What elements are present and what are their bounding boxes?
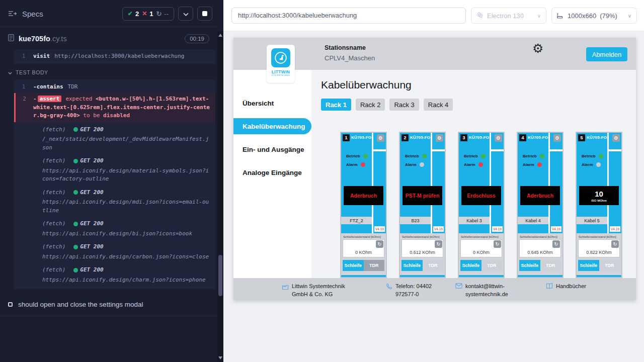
logo-mark-icon bbox=[271, 48, 290, 67]
sidebar-item-uebersicht[interactable]: Übersicht bbox=[233, 95, 311, 111]
fetch-log-row[interactable]: (fetch)GET 200 https://api.iconify.desig… bbox=[14, 185, 215, 217]
status-display-text: Aderbruch bbox=[350, 193, 377, 199]
fetch-log-row[interactable]: (fetch)GET 200 https://api.iconify.desig… bbox=[14, 262, 215, 288]
device-gear-icon[interactable]: ⚙ bbox=[377, 134, 384, 142]
viewport-select[interactable]: 1000x660 (79%) ∨ bbox=[551, 8, 637, 24]
tab-rack-3[interactable]: Rack 3 bbox=[389, 99, 419, 111]
stop-button[interactable] bbox=[197, 7, 212, 21]
fetch-log-row[interactable]: (fetch)GET 200 https://api.iconify.desig… bbox=[14, 153, 215, 185]
pending-test-row[interactable]: should open and close the settings modal bbox=[0, 293, 217, 316]
chevron-down-icon bbox=[183, 9, 189, 18]
fetch-log-row[interactable]: (fetch)GET 200 https://api.iconify.desig… bbox=[14, 216, 215, 239]
betrieb-label: Betrieb bbox=[523, 154, 537, 158]
sidebar-item-analoge-eingaenge[interactable]: Analoge Eingänge bbox=[233, 164, 311, 180]
device-gear-icon[interactable]: ⚙ bbox=[553, 134, 561, 142]
spec-extension: .cy.ts bbox=[50, 35, 67, 43]
sidebar-item-kabelueberwachung[interactable]: Kabelüberwachung bbox=[233, 118, 311, 134]
refresh-icon[interactable]: ↻ bbox=[376, 240, 383, 248]
test-stats[interactable]: ✔2 ✕1 ↻-- bbox=[122, 7, 174, 21]
refresh-icon[interactable]: ↻ bbox=[611, 240, 619, 248]
tab-rack-4[interactable]: Rack 4 bbox=[424, 99, 453, 111]
footer-email[interactable]: kontakt@littwin-systemtechnik.de bbox=[465, 283, 516, 299]
alarm-led bbox=[361, 162, 365, 167]
cable-name-label: B23 bbox=[400, 217, 431, 224]
footer-manuals-link[interactable]: Handbücher bbox=[556, 283, 586, 291]
cypress-header: Specs ✔2 ✕1 ↻-- bbox=[0, 0, 217, 27]
settings-gear-icon[interactable]: ⚙ bbox=[532, 42, 543, 55]
chevron-down-icon bbox=[8, 69, 12, 75]
sidebar-item-ein-und-ausgaenge[interactable]: Ein- und Ausgänge bbox=[233, 141, 311, 157]
rack-tabs: Rack 1 Rack 2 Rack 3 Rack 4 bbox=[321, 99, 453, 111]
collapse-button[interactable] bbox=[178, 7, 193, 21]
schleife-button[interactable]: Schleife bbox=[343, 260, 364, 271]
betrieb-led bbox=[422, 154, 427, 158]
scrollbar-thumb[interactable] bbox=[218, 255, 222, 296]
success-dot-icon bbox=[73, 245, 78, 249]
tab-rack-1[interactable]: Rack 1 bbox=[321, 99, 351, 111]
loop-resistance-label: Schleifenwiderstand [kOhm] bbox=[520, 235, 561, 238]
line-number: 1 bbox=[14, 83, 33, 92]
firmware-version: V4.19 bbox=[374, 226, 385, 232]
fetch-url: https://api.iconify.design/bi.json?icons… bbox=[42, 230, 210, 238]
betrieb-led bbox=[599, 154, 603, 158]
loop-value-box: ↻ 0.822 KOhm bbox=[578, 239, 620, 257]
firmware-version: V4.19 bbox=[433, 226, 444, 232]
refresh-icon[interactable]: ↻ bbox=[494, 240, 501, 248]
tdr-button[interactable]: TDR bbox=[481, 260, 503, 271]
tab-rack-2[interactable]: Rack 2 bbox=[356, 99, 385, 111]
success-dot-icon bbox=[73, 190, 78, 195]
alarm-led bbox=[420, 162, 424, 167]
tdr-button[interactable]: TDR bbox=[423, 260, 444, 271]
slot-number: 4 bbox=[519, 134, 526, 141]
fetch-status: GET 200 bbox=[80, 243, 103, 251]
success-dot-icon bbox=[73, 222, 78, 226]
device-gear-icon[interactable]: ⚙ bbox=[436, 134, 443, 142]
fetch-log-row[interactable]: (fetch)GET 200 /_next/static/development… bbox=[14, 122, 215, 154]
url-input[interactable]: http://localhost:3000/kabelueberwachung bbox=[231, 8, 466, 24]
cable-name-label: Kabel 3 bbox=[459, 217, 490, 224]
logout-button[interactable]: Abmelden bbox=[586, 47, 627, 61]
failed-assert-row[interactable]: 2 -assertexpected <button.w-[50%].h-[1.5… bbox=[14, 93, 215, 122]
card-divider bbox=[609, 149, 621, 151]
command-name: visit bbox=[33, 53, 50, 59]
browser-select[interactable]: Electron 130 ∨ bbox=[471, 8, 546, 24]
betrieb-led bbox=[363, 154, 368, 158]
assert-prefix: - bbox=[33, 96, 37, 102]
test-body-section-header[interactable]: TEST BODY bbox=[0, 64, 217, 80]
contains-command-row[interactable]: 1 -containsTDR bbox=[14, 81, 215, 94]
device-card-2: 2 KÜ705-FO ⚙ Betrieb Alarm PST-M prüfen … bbox=[399, 132, 446, 278]
assert-mid: to be bbox=[80, 112, 103, 119]
alarm-led bbox=[537, 162, 542, 167]
schleife-button[interactable]: Schleife bbox=[460, 260, 481, 271]
device-gear-icon[interactable]: ⚙ bbox=[495, 134, 502, 142]
specs-menu-icon[interactable] bbox=[8, 10, 17, 18]
alarm-led bbox=[478, 162, 483, 167]
fetch-log-row[interactable]: (fetch)GET 200 https://api.iconify.desig… bbox=[14, 239, 215, 262]
loop-resistance-label: Schleifenwiderstand [kOhm] bbox=[579, 235, 620, 238]
schleife-button[interactable]: Schleife bbox=[401, 260, 423, 271]
spec-name: kue705fo bbox=[19, 35, 50, 43]
reporter-scrollbar[interactable] bbox=[217, 31, 223, 362]
tdr-button[interactable]: TDR bbox=[540, 260, 561, 271]
refresh-icon[interactable]: ↻ bbox=[552, 240, 560, 248]
tdr-button[interactable]: TDR bbox=[364, 260, 385, 271]
success-dot-icon bbox=[73, 159, 78, 163]
failed-count: 1 bbox=[149, 10, 153, 18]
scroll-down-arrow-icon[interactable] bbox=[218, 356, 222, 359]
schleife-button[interactable]: Schleife bbox=[578, 260, 599, 271]
passed-count: 2 bbox=[135, 10, 139, 18]
device-card-1: 1 KÜ705-FO ⚙ Betrieb Alarm Aderbruch FTZ… bbox=[340, 132, 387, 278]
visit-command-row[interactable]: 1 visithttp://localhost:3000/kabelueberw… bbox=[14, 50, 215, 63]
schleife-button[interactable]: Schleife bbox=[519, 260, 540, 271]
tdr-button[interactable]: TDR bbox=[599, 260, 620, 271]
spec-file-row[interactable]: kue705fo.cy.ts 00:19 bbox=[0, 27, 217, 49]
phone-icon bbox=[386, 283, 392, 292]
alarm-led bbox=[596, 162, 601, 167]
alarm-label: Alarm bbox=[464, 162, 475, 167]
assert-keyword-chip: assert bbox=[38, 96, 62, 102]
device-gear-icon[interactable]: ⚙ bbox=[612, 134, 620, 142]
scroll-up-arrow-icon[interactable] bbox=[218, 34, 222, 37]
loop-resistance-panel: Schleifenwiderstand [kOhm] ↻ 0.612 KOhm … bbox=[400, 233, 445, 275]
viewport-zoom: (79%) bbox=[600, 12, 617, 20]
refresh-icon[interactable]: ↻ bbox=[435, 240, 442, 248]
